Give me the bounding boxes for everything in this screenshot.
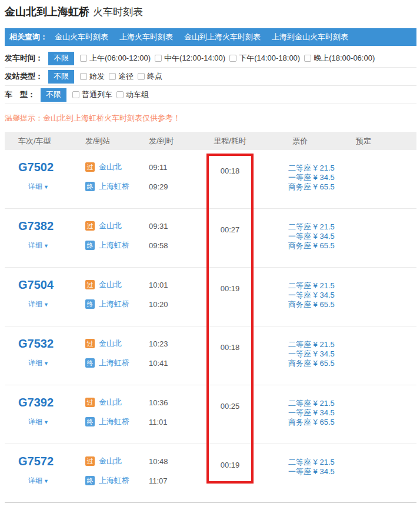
to-station-link[interactable]: 上海虹桥 xyxy=(99,240,129,251)
filter-option[interactable]: 途径 xyxy=(109,71,134,82)
price-line: 一等座 ¥ 34.5 xyxy=(288,349,354,359)
related-link[interactable]: 金山火车时刻表 xyxy=(55,32,108,41)
terminal-station-badge: 终 xyxy=(85,358,95,368)
filter-option[interactable]: 下午(14:00-18:00) xyxy=(229,53,300,64)
train-number-link[interactable]: G7382 xyxy=(18,219,85,233)
checkbox-icon[interactable] xyxy=(80,73,87,80)
checkbox-icon[interactable] xyxy=(138,73,145,80)
filter-section: 发车时间： 不限 上午(06:00-12:00) 中午(12:00-14:00)… xyxy=(5,49,416,104)
detail-toggle[interactable]: 详细▼ xyxy=(28,299,85,309)
price-line: 一等座 ¥ 34.5 xyxy=(288,291,354,300)
header-booking: 预定 xyxy=(354,132,416,150)
filter-option-label: 下午(14:00-18:00) xyxy=(239,53,300,64)
price-line: 二等座 ¥ 21.5 xyxy=(288,281,354,291)
to-station-link[interactable]: 上海虹桥 xyxy=(99,181,129,192)
train-number-link[interactable]: G7572 xyxy=(18,455,85,468)
filter-label: 车 型： xyxy=(5,89,35,100)
checkbox-icon[interactable] xyxy=(229,55,236,62)
detail-label: 详细 xyxy=(28,418,42,426)
detail-label: 详细 xyxy=(28,300,42,308)
related-link[interactable]: 上海火车时刻表 xyxy=(119,32,173,41)
filter-option[interactable]: 始发 xyxy=(80,71,105,82)
train-number-link[interactable]: G7392 xyxy=(18,396,85,409)
price-list: 二等座 ¥ 21.5一等座 ¥ 34.5商务座 ¥ 65.5 xyxy=(254,385,354,444)
filter-option-label: 动车组 xyxy=(126,89,149,100)
detail-toggle[interactable]: 详细▼ xyxy=(28,417,85,427)
related-links: 金山火车时刻表上海火车时刻表金山到上海火车时刻表上海到金山火车时刻表 xyxy=(55,32,359,41)
checkbox-icon[interactable] xyxy=(109,73,116,80)
filter-option[interactable]: 普通列车 xyxy=(72,89,112,100)
caret-down-icon: ▼ xyxy=(44,302,49,308)
filter-option[interactable]: 动车组 xyxy=(116,89,149,100)
price-list: 二等座 ¥ 21.5一等座 ¥ 34.5商务座 ¥ 65.5 xyxy=(254,209,354,267)
booking-cell xyxy=(354,209,416,267)
filter-option-label: 中午(12:00-14:00) xyxy=(164,53,225,64)
detail-toggle[interactable]: 详细▼ xyxy=(28,476,85,486)
related-link[interactable]: 金山到上海火车时刻表 xyxy=(184,32,261,41)
train-number-link[interactable]: G7504 xyxy=(18,278,85,292)
caret-down-icon: ▼ xyxy=(44,243,49,249)
terminal-station-badge: 终 xyxy=(85,476,95,485)
price-line: 商务座 ¥ 65.5 xyxy=(288,182,354,192)
duration-value: 00:19 xyxy=(206,461,254,469)
filter-unlimited-button[interactable]: 不限 xyxy=(41,88,66,102)
duration-value: 00:19 xyxy=(206,284,254,293)
from-station-link[interactable]: 金山北 xyxy=(99,221,122,231)
arrival-time: 10:41 xyxy=(149,359,206,369)
page-title-route: 金山北到上海虹桥 xyxy=(5,6,89,18)
from-station-link[interactable]: 金山北 xyxy=(99,397,122,408)
duration-value: 00:18 xyxy=(206,166,254,175)
from-station-link[interactable]: 金山北 xyxy=(99,279,122,290)
price-line: 商务座 ¥ 65.5 xyxy=(288,300,354,309)
related-links-bar: 相关查询：金山火车时刻表上海火车时刻表金山到上海火车时刻表上海到金山火车时刻表 xyxy=(5,28,416,46)
to-station-link[interactable]: 上海虹桥 xyxy=(99,299,129,309)
pass-station-badge: 过 xyxy=(85,339,95,348)
train-number-link[interactable]: G7502 xyxy=(18,161,85,174)
price-line: 一等座 ¥ 34.5 xyxy=(288,173,354,182)
from-station-link[interactable]: 金山北 xyxy=(99,338,122,349)
timetable-page: 金山北到上海虹桥火车时刻表 相关查询：金山火车时刻表上海火车时刻表金山到上海火车… xyxy=(0,0,420,510)
checkbox-icon[interactable] xyxy=(72,91,79,98)
checkbox-icon[interactable] xyxy=(116,91,124,98)
filter-option[interactable]: 晚上(18:00-06:00) xyxy=(304,53,375,64)
filter-option[interactable]: 中午(12:00-14:00) xyxy=(155,53,225,64)
detail-toggle[interactable]: 详细▼ xyxy=(28,358,85,368)
duration-value: 00:25 xyxy=(206,402,254,411)
filter-option-label: 上午(06:00-12:00) xyxy=(89,53,151,64)
detail-toggle[interactable]: 详细▼ xyxy=(28,241,85,251)
checkbox-icon[interactable] xyxy=(80,55,87,62)
checkbox-icon[interactable] xyxy=(155,55,162,62)
header-price: 票价 xyxy=(254,132,354,150)
from-station-link[interactable]: 金山北 xyxy=(99,162,122,172)
detail-label: 详细 xyxy=(28,476,42,485)
detail-toggle[interactable]: 详细▼ xyxy=(28,182,85,192)
price-list: 二等座 ¥ 21.5一等座 ¥ 34.5 xyxy=(254,444,354,502)
train-number-link[interactable]: G7532 xyxy=(18,337,85,351)
to-station-link[interactable]: 上海虹桥 xyxy=(99,416,129,427)
price-line: 商务座 ¥ 65.5 xyxy=(288,359,354,368)
departure-time: 10:36 xyxy=(149,398,206,409)
departure-time: 10:23 xyxy=(149,339,206,350)
price-list: 二等座 ¥ 21.5一等座 ¥ 34.5商务座 ¥ 65.5 xyxy=(254,150,354,208)
from-station-link[interactable]: 金山北 xyxy=(99,456,122,466)
filter-unlimited-button[interactable]: 不限 xyxy=(48,70,74,84)
price-line: 二等座 ¥ 21.5 xyxy=(288,164,354,173)
terminal-station-badge: 终 xyxy=(85,182,95,191)
to-station-link[interactable]: 上海虹桥 xyxy=(99,358,129,368)
table-row: G7382 详细▼ 过 金山北 终 上海虹桥 09:31 09:58 00:27… xyxy=(5,209,416,268)
pass-station-badge: 过 xyxy=(85,398,95,407)
price-line: 商务座 ¥ 65.5 xyxy=(288,418,354,427)
filter-unlimited-button[interactable]: 不限 xyxy=(48,52,74,65)
related-links-label: 相关查询： xyxy=(9,32,48,41)
filter-option[interactable]: 上午(06:00-12:00) xyxy=(80,53,151,64)
table-row: G7532 详细▼ 过 金山北 终 上海虹桥 10:23 10:41 00:18… xyxy=(5,326,416,385)
price-line: 二等座 ¥ 21.5 xyxy=(288,340,354,349)
filter-option[interactable]: 终点 xyxy=(138,71,162,82)
related-link[interactable]: 上海到金山火车时刻表 xyxy=(272,32,348,41)
filter-label: 发站类型： xyxy=(5,71,43,82)
arrival-time: 10:20 xyxy=(149,300,206,311)
to-station-link[interactable]: 上海虹桥 xyxy=(99,475,129,486)
checkbox-icon[interactable] xyxy=(304,55,311,62)
header-train: 车次/车型 xyxy=(5,132,85,150)
pass-station-badge: 过 xyxy=(85,280,95,289)
